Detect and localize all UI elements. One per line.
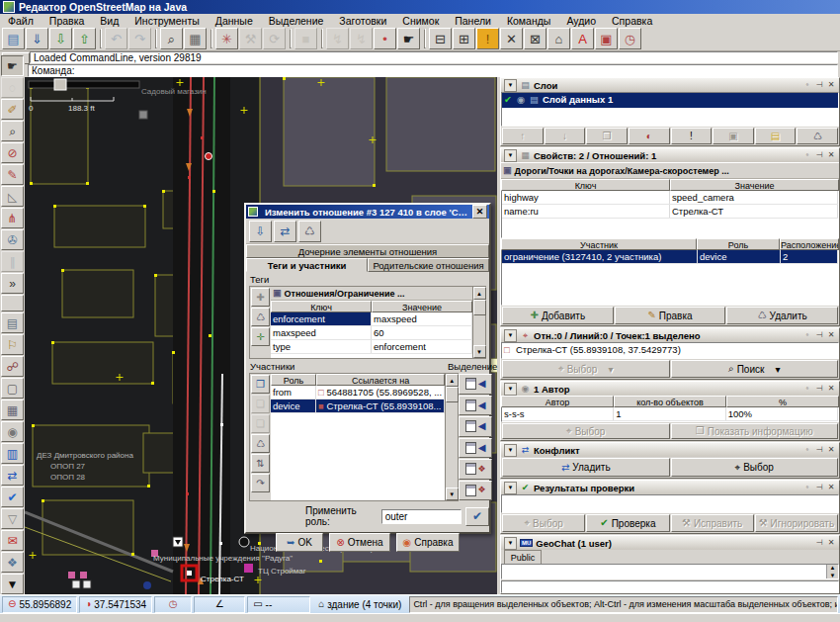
speed-camera-icon[interactable]: ▣ [595,28,618,49]
more-tools-icon[interactable]: » [1,273,24,294]
sticky-icon[interactable]: ◦ [802,384,812,394]
menu-item[interactable]: Справка [604,15,660,27]
collapse-icon[interactable]: ▼ [504,383,517,396]
geochat-messages[interactable]: ▲ ▼ [501,564,839,579]
gauge-icon[interactable]: ◷ [619,28,641,49]
tags-col-value[interactable]: Значение [372,301,472,312]
refresh-icon[interactable]: ⟳ [263,28,286,49]
text-a-icon[interactable]: A [571,28,594,49]
authors-col[interactable]: кол-во объектов [614,396,726,407]
selection-toggle-icon[interactable]: ▢ [1,378,24,399]
collapse-icon[interactable]: ▼ [504,149,517,162]
menu-item[interactable]: Данные [208,15,261,27]
wrench-icon[interactable]: ⚒ [239,28,262,49]
pin-icon[interactable]: ⊣ [814,445,824,455]
layer-marker-icon[interactable]: ! [671,128,713,144]
select-members-3-icon[interactable]: ◀ [459,416,492,437]
membership-col-member[interactable]: Участник [501,238,697,250]
command-input[interactable]: Команда: [28,64,838,77]
edit-property-button[interactable]: ✎Правка [615,307,726,324]
bus-icon[interactable]: ⊞ [453,28,475,49]
relations-toggle-icon[interactable]: ☍ [1,356,24,377]
menu-item[interactable]: Снимок [394,15,447,27]
zoom-tool-icon[interactable]: ⌕ [1,121,24,141]
upload-icon[interactable]: ⇧ [73,28,96,49]
authors-select-button[interactable]: ⌖Выбор [502,423,670,439]
menu-item[interactable]: Панели [447,15,499,27]
add-tag-icon[interactable]: ✚ [251,288,270,307]
author-row[interactable]: s-s-s 1 100% [502,407,838,421]
role-input[interactable]: outer [381,509,462,524]
filter-toggle-icon[interactable]: ▽ [1,508,24,529]
sticky-icon[interactable]: ◦ [802,80,812,90]
layer-delete-icon[interactable]: ♺ [797,128,838,144]
delete-member-icon[interactable]: ♺ [251,434,270,453]
warning-icon[interactable]: ! [476,28,499,49]
gps-tool-icon[interactable]: ✇ [1,229,24,250]
save-icon[interactable]: ⇓ [26,28,48,49]
car-icon[interactable]: ⊟ [429,28,452,49]
pin-icon[interactable]: ⊣ [814,538,824,548]
tags-col-key[interactable]: Ключ [271,301,372,312]
layer-opacity-icon[interactable]: ◐ [629,128,670,144]
undo-icon[interactable]: ↶ [105,28,127,49]
collapse-icon[interactable]: ▼ [504,444,517,457]
validator-select-button[interactable]: ⌖Выбор [502,514,585,532]
sticky-icon[interactable]: ◦ [802,330,812,340]
close-panel-icon[interactable]: ✕ [826,80,836,90]
selection-select-button[interactable]: ⌖Выбор▾ [502,360,670,378]
membership-row[interactable]: ограничение (3127410, 2 участника) devic… [502,250,838,264]
flash-icon[interactable]: ↯ [326,28,349,49]
imagery-icon[interactable]: ■ [294,28,317,49]
layer-row[interactable]: ✔ ◉ ▤ Слой данных 1 [502,93,838,108]
delete-relation-icon[interactable]: ♺ [298,221,321,242]
layer-down-icon[interactable]: ↓ [545,128,586,144]
properties-col-key[interactable]: Ключ [501,179,670,191]
selection-item[interactable]: □ Стрелка-СТ (55.8939108, 37.5429773) [502,343,838,358]
geochat-toggle-icon[interactable]: ✉ [1,530,24,551]
property-row[interactable]: name:ru Стрелка-СТ [502,205,838,219]
property-row[interactable]: highway speed_camera [502,191,838,205]
authors-info-button[interactable]: ❐Показать информацию [671,423,839,439]
validator-check-button[interactable]: ✔Проверка [586,514,669,532]
sticky-icon[interactable]: ◦ [802,445,812,455]
add-property-button[interactable]: ✚Добавить [502,307,614,324]
lasso-tool-icon[interactable]: ◌ [1,77,24,98]
apply-role-icon[interactable]: ✔ [465,507,489,526]
menu-item[interactable]: Файл [0,15,42,27]
draw-way-tool-icon[interactable]: ✎ [1,164,24,185]
close-panel-icon[interactable]: ✕ [826,384,836,394]
tag-row[interactable]: enforcement maxspeed [271,312,472,326]
close-x-icon[interactable]: ✕ [500,28,523,49]
parallel-tool-icon[interactable]: ∥ [1,251,24,272]
tags-toggle-icon[interactable]: ⚐ [1,334,24,355]
menu-item[interactable]: Инструменты [126,15,207,27]
tab-parent-relations[interactable]: Родительские отношения [368,258,489,272]
hand-icon[interactable]: ☛ [397,28,420,49]
properties-col-value[interactable]: Значение [670,179,839,191]
selection-search-button[interactable]: ⌕Поиск▾ [671,360,839,378]
close-panel-icon[interactable]: ✕ [826,538,836,548]
refresh-relation-icon[interactable]: ⇄ [274,221,296,242]
select-tool-icon[interactable]: ☛ [1,55,24,76]
conflict-select-button[interactable]: ⌖Выбор [671,458,839,477]
dialog-title-bar[interactable]: Изменить отношение #3 127 410 в слое 'Сл… [246,205,489,219]
authors-col[interactable]: Автор [501,396,614,407]
authors-toggle-icon[interactable]: ◉ [1,421,24,442]
pin-icon[interactable]: ⊣ [814,483,824,492]
angle-tool-icon[interactable]: ◺ [1,186,24,207]
preferences-icon[interactable]: ▦ [184,28,207,49]
pin-icon[interactable]: ⊣ [814,384,824,394]
member-row[interactable]: from □ 564881705 (55.8969528, ... [271,386,445,400]
pin-icon[interactable]: ⊣ [814,330,824,340]
commands-toggle-icon[interactable]: ▥ [1,443,24,464]
tab-relation-children[interactable]: Дочерние элементы отношения [246,244,489,258]
membership-col-position[interactable]: Расположение [780,238,839,250]
close-panel-icon[interactable]: ✕ [826,150,836,160]
cancel-button[interactable]: ⊗Отмена [329,533,390,552]
validator-toggle-icon[interactable]: ✔ [1,487,24,507]
scroll-up-icon[interactable]: ▲ [827,565,838,571]
paste-members-icon[interactable]: ❐ [251,375,270,394]
duplicate-members-icon[interactable]: ❏ [251,414,270,433]
sort-members-icon[interactable]: ⇅ [251,454,270,473]
